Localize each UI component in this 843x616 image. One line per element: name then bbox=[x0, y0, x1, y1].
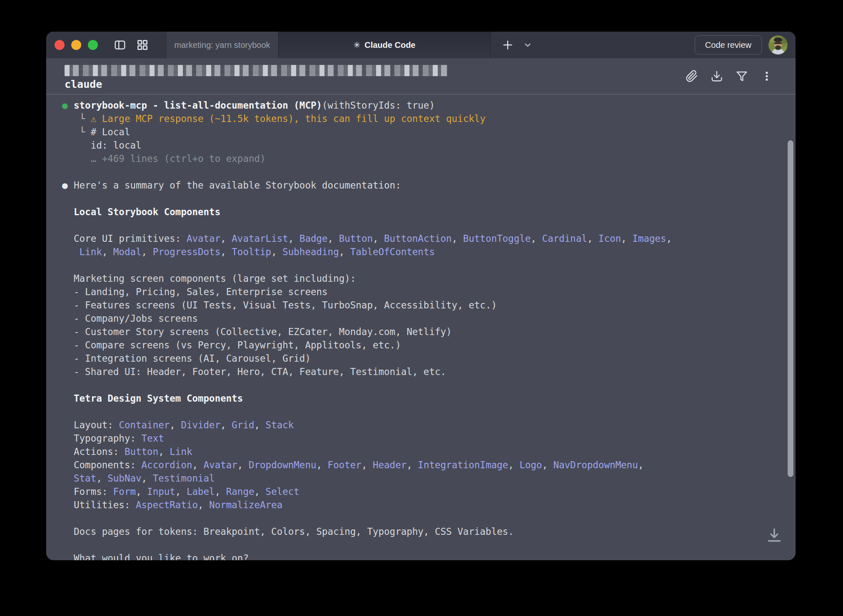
component-link-text: Select bbox=[266, 486, 299, 497]
text-segment: , bbox=[587, 233, 599, 244]
text-segment: , bbox=[215, 486, 226, 497]
session-title: claude bbox=[65, 78, 102, 90]
terminal-line bbox=[74, 405, 779, 418]
component-link-text: Grid bbox=[232, 420, 254, 430]
text-segment: - Integration screens (AI, Carousel, Gri… bbox=[74, 353, 311, 364]
text-segment: , bbox=[254, 420, 266, 430]
more-options-icon[interactable] bbox=[761, 70, 773, 82]
text-segment: ⚠ Large MCP response (~11.5k tokens), th… bbox=[91, 113, 486, 124]
text-segment: Typography: bbox=[74, 433, 142, 444]
text-segment: , bbox=[638, 460, 644, 470]
text-segment bbox=[74, 246, 80, 257]
text-segment: - Compare screens (vs Percy, Playwright,… bbox=[74, 340, 401, 350]
text-segment: (withStoryIds: true) bbox=[322, 100, 435, 111]
text-segment: - Features screens (UI Tests, Visual Tes… bbox=[74, 300, 497, 310]
terminal-line: └ ⚠ Large MCP response (~11.5k tokens), … bbox=[74, 112, 779, 125]
code-review-label: Code review bbox=[705, 40, 751, 50]
terminal-line: - Shared UI: Header, Footer, Hero, CTA, … bbox=[74, 365, 779, 378]
text-segment: Forms: bbox=[74, 486, 113, 497]
text-segment: - Landing, Pricing, Sales, Enterprise sc… bbox=[74, 286, 328, 297]
component-link-text: Link bbox=[170, 446, 192, 457]
component-link-text: Stack bbox=[266, 420, 294, 430]
terminal-line: Typography: Text bbox=[74, 432, 779, 445]
text-segment: , bbox=[508, 460, 519, 470]
component-link-text: SubNav bbox=[107, 473, 141, 484]
component-link-text: Tooltip bbox=[232, 246, 271, 257]
traffic-light-close-button[interactable] bbox=[55, 40, 65, 50]
window-controls bbox=[46, 32, 166, 58]
tab-marketing-yarn-storybook[interactable]: marketing: yarn storybook bbox=[166, 32, 278, 58]
text-segment: , bbox=[288, 233, 299, 244]
tool-call-bullet: ● bbox=[62, 99, 68, 112]
redacted-command-text bbox=[65, 65, 448, 76]
terminal-line bbox=[74, 538, 779, 551]
terminal-output[interactable]: ●storybook-mcp - list-all-documentation … bbox=[46, 94, 796, 560]
text-segment: What would you like to work on? bbox=[74, 553, 249, 560]
text-segment: , bbox=[220, 420, 232, 430]
text-segment: - Shared UI: Header, Footer, Hero, CTA, … bbox=[74, 366, 446, 377]
user-avatar[interactable] bbox=[768, 35, 788, 55]
component-link-text: Images bbox=[632, 233, 666, 244]
text-segment: - Company/Jobs screens bbox=[74, 313, 198, 324]
text-segment: , bbox=[407, 460, 418, 470]
terminal-line: Core UI primitives: Avatar, AvatarList, … bbox=[74, 232, 779, 245]
component-link-text: Footer bbox=[328, 460, 362, 470]
text-segment: , bbox=[531, 233, 542, 244]
grid-tiles-icon[interactable] bbox=[136, 39, 149, 51]
component-link-text: Link bbox=[80, 246, 102, 257]
text-segment: , bbox=[142, 246, 153, 257]
scrollbar-thumb[interactable] bbox=[788, 140, 793, 477]
component-link-text: ProgressDots bbox=[153, 246, 221, 257]
component-link-text: Cardinal bbox=[542, 233, 587, 244]
text-segment: Actions: bbox=[74, 446, 125, 457]
text-segment: , bbox=[102, 246, 113, 257]
traffic-light-minimize-button[interactable] bbox=[71, 40, 81, 50]
terminal-line: - Features screens (UI Tests, Visual Tes… bbox=[74, 298, 779, 312]
text-segment: , bbox=[452, 233, 463, 244]
component-link-text: IntegrationImage bbox=[418, 460, 508, 470]
text-segment: , bbox=[136, 486, 147, 497]
text-segment: , bbox=[220, 246, 232, 257]
terminal-line: ●Here's a summary of the available Story… bbox=[74, 179, 779, 192]
terminal-line: Tetra Design System Components bbox=[74, 392, 779, 405]
component-link-text: Button bbox=[339, 233, 373, 244]
code-review-button[interactable]: Code review bbox=[695, 35, 762, 55]
filter-icon[interactable] bbox=[736, 70, 748, 82]
terminal-line: Local Storybook Components bbox=[74, 205, 779, 219]
component-link-text: Subheading bbox=[282, 246, 339, 257]
tab-claude-code[interactable]: ✳ Claude Code bbox=[278, 32, 491, 58]
chevron-down-icon[interactable] bbox=[523, 32, 532, 58]
tab-label: Claude Code bbox=[364, 40, 415, 50]
text-segment: , bbox=[317, 460, 328, 470]
text-segment: , bbox=[328, 233, 339, 244]
terminal-line: Stat, SubNav, Testimonial bbox=[74, 472, 779, 485]
component-link-text: Testimonial bbox=[153, 473, 215, 484]
text-segment: , bbox=[542, 460, 553, 470]
scroll-to-bottom-button[interactable] bbox=[766, 527, 783, 546]
terminal-line: ●storybook-mcp - list-all-documentation … bbox=[74, 99, 779, 112]
component-link-text: Range bbox=[226, 486, 254, 497]
component-link-text: Text bbox=[142, 433, 164, 444]
asterisk-icon: ✳ bbox=[353, 40, 360, 50]
terminal-line bbox=[74, 192, 779, 205]
text-segment: Layout: bbox=[74, 420, 119, 430]
paperclip-icon[interactable] bbox=[686, 70, 698, 82]
terminal-line: - Landing, Pricing, Sales, Enterprise sc… bbox=[74, 285, 779, 298]
message-bullet: ● bbox=[62, 179, 68, 192]
traffic-light-zoom-button[interactable] bbox=[88, 40, 98, 50]
download-icon[interactable] bbox=[711, 70, 723, 82]
terminal-line: - Compare screens (vs Percy, Playwright,… bbox=[74, 338, 779, 352]
terminal-line: Docs pages for tokens: Breakpoint, Color… bbox=[74, 525, 779, 538]
text-segment: Core UI primitives: bbox=[74, 233, 187, 244]
text-segment: , bbox=[254, 486, 266, 497]
text-segment: , bbox=[271, 246, 282, 257]
sidebar-panel-icon[interactable] bbox=[114, 39, 126, 51]
text-segment: Components: bbox=[74, 460, 142, 470]
text-segment: , bbox=[362, 460, 373, 470]
component-link-text: Stat bbox=[74, 473, 96, 484]
component-link-text: Button bbox=[125, 446, 158, 457]
terminal-line: What would you like to work on? bbox=[74, 551, 779, 560]
new-tab-button[interactable] bbox=[501, 32, 514, 58]
component-link-text: Input bbox=[147, 486, 175, 497]
text-segment: # Local bbox=[91, 127, 130, 137]
